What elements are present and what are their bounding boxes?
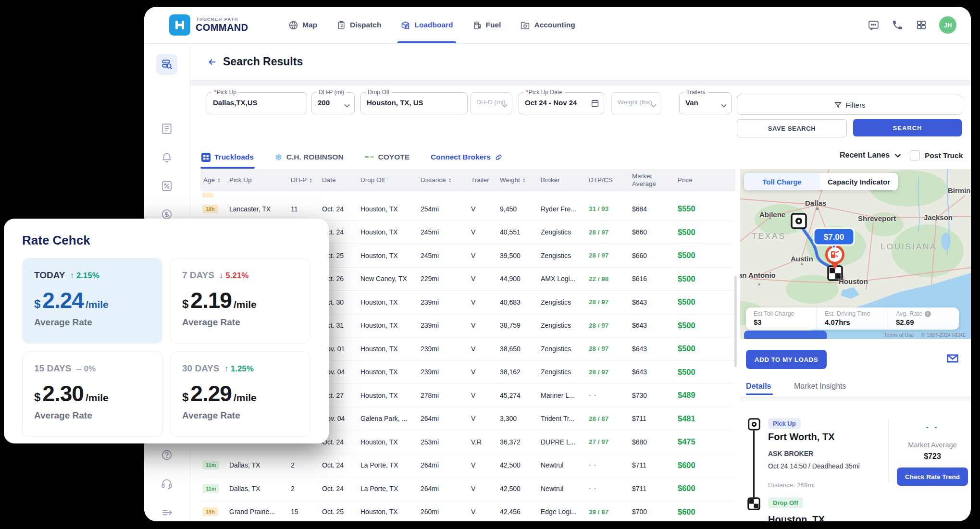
table-row[interactable]: 11mDallas, TX2Oct. 24La Porte, TX264miV4… <box>200 454 735 478</box>
tab-details[interactable]: Details <box>746 382 771 391</box>
tab-ch-robinson[interactable]: ❄ C.H. ROBINSON <box>275 149 344 165</box>
sidebar-item-support[interactable] <box>161 478 173 490</box>
map-city-label: Houston <box>839 277 868 285</box>
cell-dropoff: La Porte, TX <box>360 485 421 492</box>
post-truck-toggle[interactable]: Post Truck <box>910 150 963 160</box>
tab-coyote[interactable]: COYOTE <box>365 149 409 165</box>
column-header-drop-off: Drop Off <box>360 176 421 184</box>
connect-brokers-link[interactable]: Connect Brokers <box>431 149 503 165</box>
messages-icon[interactable] <box>867 19 880 31</box>
funnel-icon <box>834 101 842 109</box>
sidebar-item-documents[interactable] <box>161 123 173 135</box>
cell-dtpcs: 28 / 97 <box>589 298 632 306</box>
avatar[interactable]: JH <box>939 16 956 34</box>
cell-dropoff: Houston, TX <box>360 252 421 259</box>
column-header-distance[interactable]: Distance▲▼ <box>421 176 471 184</box>
brand-logo-icon[interactable] <box>169 14 190 36</box>
nav-item-loadboard[interactable]: Loadboard <box>400 7 453 43</box>
add-to-my-loads-button[interactable]: ADD TO MY LOADS <box>746 350 827 369</box>
cell-price: $500 <box>678 344 734 353</box>
nav-item-accounting[interactable]: Accounting <box>520 7 575 43</box>
sidebar-collapse[interactable] <box>161 506 173 519</box>
tab-market-insights[interactable]: Market Insights <box>794 382 846 391</box>
tab-label: C.H. ROBINSON <box>286 153 344 161</box>
dropoff-field[interactable]: Drop Off Houston, TX, US <box>360 92 468 114</box>
cell-weight: 38,162 <box>500 368 541 376</box>
dhp-field[interactable]: DH-P (mi) 200 <box>311 92 355 114</box>
calendar-icon <box>591 98 599 110</box>
cell-price: $475 <box>678 437 734 446</box>
capacity-indicator-toggle[interactable]: Capacity Indicator <box>820 173 898 190</box>
nav-label: Map <box>302 21 317 29</box>
age-badge: 11m <box>202 484 219 493</box>
nav-item-fuel[interactable]: Fuel <box>472 7 501 43</box>
back-button[interactable] <box>207 57 218 69</box>
tab-truckloads[interactable]: Truckloads <box>201 149 254 165</box>
cell-weight: 3,300 <box>500 415 541 422</box>
pickup-stop-icon <box>748 418 760 432</box>
table-scrollbar[interactable] <box>734 276 737 367</box>
sidebar-item-rates[interactable] <box>161 180 173 192</box>
main-nav: Map Dispatch Loadboard <box>288 7 575 43</box>
stat-value: 4.07hrs <box>825 318 888 326</box>
ask-broker-action[interactable]: ASK BROKER <box>768 450 813 457</box>
toll-charge-toggle[interactable]: Toll Charge <box>744 173 820 190</box>
email-icon[interactable] <box>946 352 959 365</box>
truckloads-icon <box>201 153 211 162</box>
column-header-weight[interactable]: Weight▲▼ <box>500 176 541 184</box>
cell-distance: 239mi <box>421 345 471 353</box>
cell-price: $481 <box>678 414 734 423</box>
search-button[interactable]: SEARCH <box>853 119 962 136</box>
filters-button[interactable]: Filters <box>737 95 962 115</box>
check-rate-trend-button[interactable]: Check Rate Trend <box>897 467 968 486</box>
route-map[interactable]: $7.00 DallasAbileneShreveportJacksonAust… <box>740 169 971 339</box>
map-legend-pill[interactable] <box>744 331 827 339</box>
pickup-field[interactable]: Pick Up Dallas,TX,US <box>207 92 307 114</box>
dhd-field[interactable]: DH-D (mi) <box>470 92 512 114</box>
pickup-city: Fort Worth, TX <box>768 431 835 443</box>
table-row[interactable]: 16hGrand Prairie...15Oct. 25Houston, TX2… <box>200 501 735 522</box>
phone-icon[interactable] <box>891 19 904 31</box>
tab-label: Connect Brokers <box>431 153 491 161</box>
cell-price: $500 <box>678 274 734 283</box>
nav-item-dispatch[interactable]: Dispatch <box>336 7 381 43</box>
pickup-date-field[interactable]: Pick Up Date Oct 24 - Nov 24 <box>519 92 604 114</box>
column-header-dh-p[interactable]: DH-P▲▼ <box>291 176 322 184</box>
rate-value: 2.19 <box>190 287 232 313</box>
sort-icon: ▲▼ <box>448 178 452 183</box>
sidebar-item-load-search[interactable] <box>156 54 177 75</box>
terms-of-use-link[interactable]: Terms of Use <box>884 332 914 338</box>
column-header-age[interactable]: Age▲▼ <box>200 176 229 184</box>
nav-item-map[interactable]: Map <box>288 7 317 43</box>
cell-market: $643 <box>632 345 678 353</box>
cell-date: Oct. 24 <box>322 438 360 446</box>
save-search-button[interactable]: SAVE SEARCH <box>737 119 847 137</box>
cell-dtpcs: 28 / 87 <box>589 415 632 422</box>
table-row[interactable]: 11mDallas, TX2Oct. 24La Porte, TX264miV4… <box>200 477 735 501</box>
cell-weight: 39,500 <box>500 252 541 259</box>
map-attribution: Terms of Use © 1987-2024 HERE <box>884 332 966 338</box>
cell-weight: 42,500 <box>500 485 541 492</box>
sidebar-item-notifications[interactable] <box>161 151 173 163</box>
map-city-label: San Antonio <box>740 271 776 279</box>
cell-distance: 245mi <box>421 228 471 236</box>
cell-market: $684 <box>632 205 678 213</box>
trailers-field[interactable]: Trailers Van <box>679 92 732 114</box>
cell-weight: 44,900 <box>500 275 541 283</box>
rate-check-grid: TODAY ↑ 2.15% $2.24/mile Average Rate 7 … <box>22 258 310 437</box>
stat-label: Est. Driving Time <box>825 310 888 317</box>
table-row[interactable]: 18hLancaster, TX11Oct. 24Houston, TX254m… <box>200 197 735 221</box>
cell-broker: Zengistics <box>541 228 589 236</box>
trend-down-icon: ↓ <box>219 271 223 280</box>
recent-lanes-dropdown[interactable]: Recent Lanes <box>840 151 901 160</box>
help-icon <box>161 449 173 461</box>
sidebar-item-help[interactable] <box>161 449 173 461</box>
cell-distance: 264mi <box>421 461 471 469</box>
nav-label: Accounting <box>534 21 575 29</box>
post-truck-checkbox[interactable] <box>910 150 920 160</box>
link-icon <box>495 153 503 161</box>
weight-field[interactable]: Weight (lbs) <box>611 92 661 114</box>
info-icon[interactable]: i <box>925 311 931 317</box>
apps-grid-icon[interactable] <box>915 19 928 31</box>
cell-trailer: V <box>471 275 500 283</box>
